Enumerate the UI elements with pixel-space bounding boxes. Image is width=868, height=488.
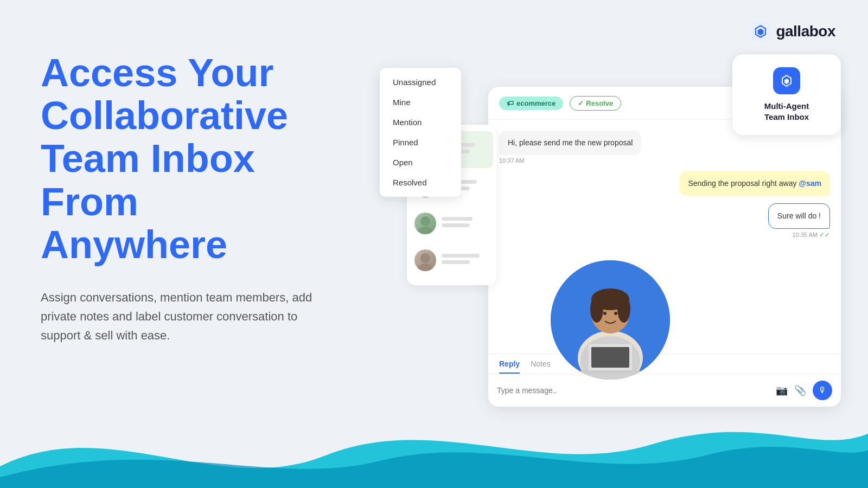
logo-text: gallabox <box>776 23 835 40</box>
headline-line2: Collaborative <box>41 94 288 137</box>
sent-white-time: 10:35 AM ✓✓ <box>768 231 830 239</box>
message-sent-yellow: Sending the proposal right away @sam <box>679 171 830 196</box>
sent-yellow-text: Sending the proposal right away <box>688 179 796 188</box>
left-content: Access Your Collaborative Team Inbox Fro… <box>41 52 355 345</box>
sent-white-time-text: 10:35 AM <box>792 232 817 238</box>
headline-line3: Team Inbox From <box>41 137 255 223</box>
tick-mark-icon: ✓✓ <box>819 231 830 239</box>
contact-avatar-4 <box>414 249 436 271</box>
svg-point-22 <box>603 312 607 315</box>
resolve-button[interactable]: ✓ Resolve <box>570 96 621 111</box>
subtext: Assign conversations, mention team membe… <box>41 288 323 345</box>
person-circle <box>551 260 670 380</box>
contact-lines-3 <box>442 217 489 230</box>
ui-mockup: Unassigned Mine Mention Pinned Open Reso… <box>380 54 841 407</box>
resolve-check-icon: ✓ <box>578 99 584 107</box>
input-icons: 📷 📎 🎙 <box>776 381 832 400</box>
headline: Access Your Collaborative Team Inbox Fro… <box>41 52 355 266</box>
headline-line1: Access Your <box>41 51 274 94</box>
svg-point-7 <box>420 253 430 263</box>
ecommerce-tag-label: ecommerce <box>516 99 556 107</box>
multi-agent-title: Multi-Agent Team Inbox <box>743 101 830 122</box>
multi-agent-panel: Multi-Agent Team Inbox <box>732 54 841 135</box>
bubble-sent-white: Sure will do ! <box>768 203 830 229</box>
bubble-received-1: Hi, please send me the new proposal <box>499 131 641 155</box>
dropdown-item-pinned[interactable]: Pinned <box>380 132 461 152</box>
person-image <box>542 217 678 380</box>
dropdown-menu: Unassigned Mine Mention Pinned Open Reso… <box>380 68 461 197</box>
svg-point-8 <box>418 264 433 271</box>
headline-line4: Anywhere <box>41 223 227 266</box>
mic-icon: 🎙 <box>818 386 827 395</box>
mic-button[interactable]: 🎙 <box>813 381 832 400</box>
contact-lines-4 <box>442 254 489 267</box>
camera-icon[interactable]: 📷 <box>776 384 788 396</box>
contact-avatar-3 <box>414 213 436 234</box>
svg-point-23 <box>614 312 617 315</box>
gallabox-logo-icon <box>751 22 770 41</box>
mention-sam: @sam <box>799 179 821 188</box>
svg-rect-21 <box>580 370 640 374</box>
received-time-1: 10:37 AM <box>499 157 641 164</box>
svg-point-17 <box>590 296 603 323</box>
dropdown-item-mine[interactable]: Mine <box>380 92 461 112</box>
attachment-icon[interactable]: 📎 <box>794 384 806 396</box>
dropdown-item-open[interactable]: Open <box>380 152 461 172</box>
bubble-sent-yellow: Sending the proposal right away @sam <box>679 171 830 196</box>
dropdown-item-resolved[interactable]: Resolved <box>380 172 461 192</box>
dropdown-item-mention[interactable]: Mention <box>380 112 461 132</box>
message-input[interactable] <box>497 386 770 395</box>
contact-item-3[interactable] <box>407 205 496 242</box>
svg-point-18 <box>617 296 630 323</box>
svg-rect-20 <box>591 347 629 368</box>
ecommerce-tag: 🏷 ecommerce <box>499 97 563 110</box>
received-text-1: Hi, please send me the new proposal <box>508 138 633 147</box>
svg-point-6 <box>418 227 433 234</box>
contact-item-4[interactable] <box>407 242 496 279</box>
tag-icon: 🏷 <box>507 99 514 107</box>
dropdown-item-unassigned[interactable]: Unassigned <box>380 72 461 92</box>
resolve-label: Resolve <box>586 99 613 107</box>
sent-white-text: Sure will do ! <box>777 211 821 220</box>
svg-point-5 <box>420 216 430 226</box>
message-received-1: Hi, please send me the new proposal 10:3… <box>499 131 641 164</box>
tab-reply[interactable]: Reply <box>499 359 520 374</box>
logo-area: gallabox <box>751 22 835 41</box>
message-sent-white: Sure will do ! 10:35 AM ✓✓ <box>768 203 830 239</box>
multi-agent-icon <box>773 67 800 94</box>
